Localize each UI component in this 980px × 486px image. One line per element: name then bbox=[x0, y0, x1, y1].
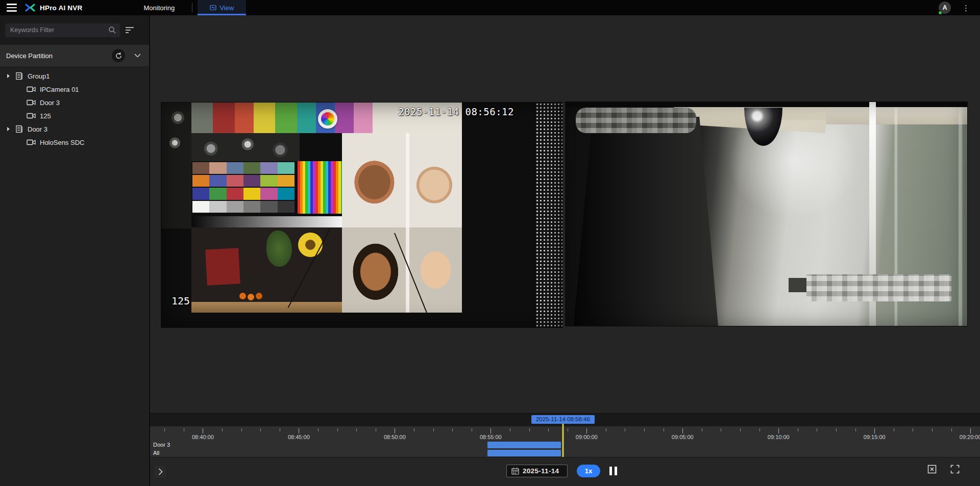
search-row bbox=[0, 15, 149, 45]
timeline-minor-tick bbox=[510, 428, 510, 431]
group-icon bbox=[15, 125, 23, 133]
timeline-major-tick bbox=[491, 428, 491, 433]
chevron-down-icon[interactable] bbox=[134, 54, 143, 58]
tree-item-label: 125 bbox=[40, 112, 51, 120]
search-icon bbox=[108, 26, 116, 36]
timeline-header-strip: 2025-11-14 08:58:46 bbox=[150, 414, 980, 426]
device-partition-title: Device Partition bbox=[6, 52, 53, 60]
tree-item-label: Door 3 bbox=[40, 99, 60, 107]
tree-item-door-3[interactable]: Door 3 bbox=[0, 122, 149, 136]
timeline-minor-tick bbox=[913, 428, 913, 431]
user-avatar[interactable]: A bbox=[939, 2, 951, 14]
bottom-right-icons bbox=[927, 465, 960, 474]
tree-item-ipcamera-01[interactable]: IPCamera 01 bbox=[0, 83, 149, 96]
timeline-track-label: Door 3 bbox=[153, 441, 170, 449]
tree-expand-caret-icon[interactable] bbox=[6, 73, 11, 79]
group-icon bbox=[15, 72, 23, 80]
online-status-dot bbox=[938, 11, 942, 15]
tree-item-holosens-sdc[interactable]: HoloSens SDC bbox=[0, 136, 149, 149]
timeline-minor-tick bbox=[433, 428, 434, 431]
timeline-minor-tick bbox=[855, 428, 856, 431]
timeline-minor-tick bbox=[760, 428, 760, 431]
tab-monitoring[interactable]: Monitoring bbox=[131, 0, 187, 15]
timeline-minor-tick bbox=[356, 428, 357, 431]
tree-expand-caret-icon bbox=[17, 113, 22, 118]
timeline-minor-tick bbox=[625, 428, 625, 431]
refresh-icon[interactable] bbox=[112, 49, 125, 62]
hamburger-menu-icon[interactable] bbox=[0, 0, 23, 15]
timeline-ruler[interactable]: 08:40:0008:45:0008:50:0008:55:0009:00:00… bbox=[150, 426, 980, 441]
camera-icon bbox=[27, 99, 36, 106]
tab-view[interactable]: View bbox=[198, 0, 246, 15]
date-value: 2025-11-14 bbox=[523, 467, 559, 475]
section-actions bbox=[112, 49, 143, 62]
playback-speed-button[interactable]: 1x bbox=[577, 465, 600, 477]
timeline-major-tick bbox=[586, 428, 587, 433]
filter-sort-icon[interactable] bbox=[125, 27, 134, 34]
close-all-views-icon[interactable] bbox=[927, 465, 937, 474]
timeline-tick-label: 08:50:00 bbox=[384, 434, 406, 440]
timeline-minor-tick bbox=[702, 428, 702, 431]
timeline-minor-tick bbox=[548, 428, 549, 431]
timeline-minor-tick bbox=[452, 428, 453, 431]
timeline-minor-tick bbox=[529, 428, 530, 431]
timeline-tick-label: 09:10:00 bbox=[768, 434, 790, 440]
timeline-playhead[interactable] bbox=[562, 423, 564, 457]
pause-button[interactable] bbox=[607, 465, 619, 477]
timeline-tick-label: 08:40:00 bbox=[192, 434, 214, 440]
timeline-minor-tick bbox=[951, 428, 952, 431]
camera-icon bbox=[27, 112, 36, 119]
device-sidebar: Device Partition Group1IPCamera 01Door 3… bbox=[0, 15, 150, 486]
calendar-icon bbox=[511, 467, 519, 475]
art-vignette bbox=[566, 102, 967, 326]
view-tab-icon bbox=[210, 5, 216, 11]
more-menu-icon[interactable]: ⋮ bbox=[960, 3, 972, 13]
timeline-tick-label: 08:45:00 bbox=[288, 434, 310, 440]
search-input[interactable] bbox=[5, 23, 120, 37]
date-picker[interactable]: 2025-11-14 bbox=[506, 465, 568, 477]
timeline-minor-tick bbox=[414, 428, 414, 431]
timeline-minor-tick bbox=[318, 428, 318, 431]
timeline-minor-tick bbox=[721, 428, 721, 431]
tree-item-door-3[interactable]: Door 3 bbox=[0, 96, 149, 109]
timeline-minor-tick bbox=[184, 428, 184, 431]
video-125-frame bbox=[161, 103, 562, 327]
search-box bbox=[5, 23, 120, 37]
tree-item-group1[interactable]: Group1 bbox=[0, 69, 149, 83]
timeline-minor-tick bbox=[740, 428, 741, 431]
playback-control-bar: 2025-11-14 1x bbox=[150, 457, 980, 486]
timeline-minor-tick bbox=[260, 428, 261, 431]
timeline-major-tick bbox=[682, 428, 683, 433]
timeline-minor-tick bbox=[894, 428, 894, 431]
timeline-minor-tick bbox=[836, 428, 837, 431]
avatar-initial: A bbox=[943, 4, 947, 11]
timeline-tracks: Door 3All bbox=[150, 441, 980, 457]
timeline-major-tick bbox=[874, 428, 875, 433]
tree-item-label: Door 3 bbox=[28, 125, 47, 133]
timeline-minor-tick bbox=[164, 428, 165, 431]
playback-timeline: 2025-11-14 08:58:46 08:40:0008:45:0008:5… bbox=[150, 413, 980, 457]
timeline-minor-tick bbox=[606, 428, 606, 431]
timeline-minor-tick bbox=[568, 428, 568, 431]
timeline-track-all[interactable]: All bbox=[150, 449, 980, 457]
video-pane-door[interactable] bbox=[565, 101, 968, 326]
video-pane-125[interactable]: 2025-11-14 08:56:12 125 bbox=[161, 102, 563, 328]
fullscreen-icon[interactable] bbox=[950, 465, 960, 474]
tree-expand-caret-icon bbox=[17, 100, 22, 105]
art-vignette bbox=[161, 103, 562, 327]
device-partition-header: Device Partition bbox=[0, 45, 149, 66]
timeline-minor-tick bbox=[664, 428, 664, 431]
recording-segment bbox=[487, 450, 561, 456]
timeline-minor-tick bbox=[241, 428, 242, 431]
timeline-minor-tick bbox=[798, 428, 798, 431]
tree-item-125[interactable]: 125 bbox=[0, 109, 149, 122]
osd-camera-name: 125 bbox=[172, 295, 190, 307]
expand-panel-chevron-icon[interactable] bbox=[154, 466, 166, 478]
timeline-minor-tick bbox=[222, 428, 223, 431]
tree-expand-caret-icon[interactable] bbox=[6, 126, 11, 132]
timeline-body: 08:40:0008:45:0008:50:0008:55:0009:00:00… bbox=[150, 426, 980, 457]
tree-item-label: Group1 bbox=[28, 72, 50, 80]
tree-item-label: IPCamera 01 bbox=[40, 86, 79, 93]
timeline-minor-tick bbox=[376, 428, 376, 431]
timeline-track-door-3[interactable]: Door 3 bbox=[150, 441, 980, 449]
